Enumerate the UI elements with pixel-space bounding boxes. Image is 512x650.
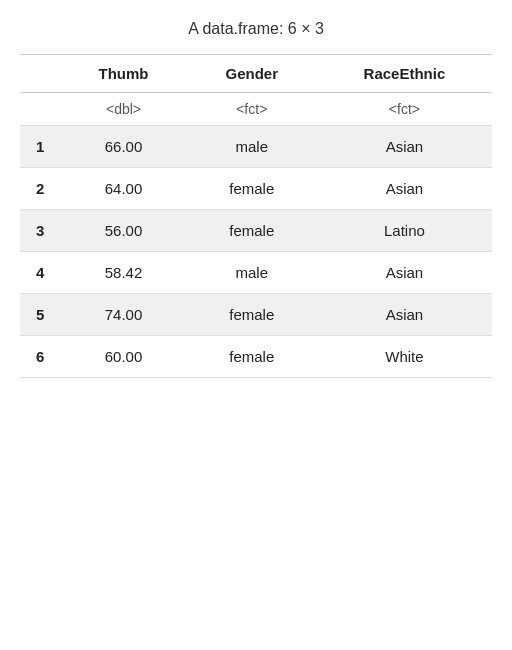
cell-race: Asian — [317, 168, 492, 210]
cell-gender: male — [187, 126, 317, 168]
table-subheader-row: <dbl> <fct> <fct> — [20, 93, 492, 126]
cell-index: 1 — [20, 126, 60, 168]
dataframe-title: A data.frame: 6 × 3 — [20, 20, 492, 38]
cell-index: 2 — [20, 168, 60, 210]
cell-index: 5 — [20, 294, 60, 336]
subheader-thumb-type: <dbl> — [60, 93, 186, 126]
col-header-thumb: Thumb — [60, 55, 186, 93]
col-header-race: RaceEthnic — [317, 55, 492, 93]
subheader-index — [20, 93, 60, 126]
cell-gender: female — [187, 210, 317, 252]
cell-gender: male — [187, 252, 317, 294]
cell-gender: female — [187, 168, 317, 210]
table-row: 356.00femaleLatino — [20, 210, 492, 252]
cell-thumb: 66.00 — [60, 126, 186, 168]
table-row: 458.42maleAsian — [20, 252, 492, 294]
cell-thumb: 74.00 — [60, 294, 186, 336]
cell-gender: female — [187, 294, 317, 336]
cell-thumb: 56.00 — [60, 210, 186, 252]
table-row: 574.00femaleAsian — [20, 294, 492, 336]
cell-thumb: 64.00 — [60, 168, 186, 210]
cell-gender: female — [187, 336, 317, 378]
cell-race: Asian — [317, 294, 492, 336]
cell-index: 6 — [20, 336, 60, 378]
table-row: 660.00femaleWhite — [20, 336, 492, 378]
cell-index: 4 — [20, 252, 60, 294]
cell-race: Asian — [317, 126, 492, 168]
subheader-gender-type: <fct> — [187, 93, 317, 126]
table-header-row: Thumb Gender RaceEthnic — [20, 55, 492, 93]
cell-thumb: 60.00 — [60, 336, 186, 378]
col-header-index — [20, 55, 60, 93]
cell-race: White — [317, 336, 492, 378]
cell-race: Latino — [317, 210, 492, 252]
cell-race: Asian — [317, 252, 492, 294]
col-header-gender: Gender — [187, 55, 317, 93]
table-row: 264.00femaleAsian — [20, 168, 492, 210]
cell-thumb: 58.42 — [60, 252, 186, 294]
table-row: 166.00maleAsian — [20, 126, 492, 168]
cell-index: 3 — [20, 210, 60, 252]
dataframe-container: A data.frame: 6 × 3 Thumb Gender RaceEth… — [20, 20, 492, 378]
subheader-race-type: <fct> — [317, 93, 492, 126]
table-body: 166.00maleAsian264.00femaleAsian356.00fe… — [20, 126, 492, 378]
data-table: Thumb Gender RaceEthnic <dbl> <fct> <fct… — [20, 54, 492, 378]
